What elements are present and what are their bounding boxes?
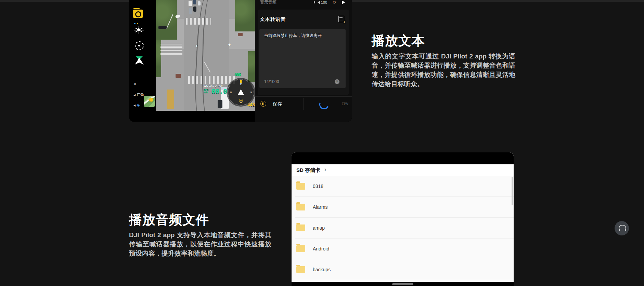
compass-letter: N bbox=[230, 91, 232, 94]
compass-aircraft-icon bbox=[238, 89, 244, 95]
mode-dots-icon bbox=[134, 19, 151, 21]
vehicle bbox=[158, 26, 167, 29]
crosshair-marker: + bbox=[228, 42, 231, 47]
chevron-left-icon: ◀ bbox=[133, 104, 136, 107]
play-text-description: 输入的文字文本可通过 DJI Pilot 2 app 转换为语音，并传输至喊话器… bbox=[372, 52, 515, 88]
volume-indicator[interactable]: 100 bbox=[318, 0, 327, 4]
vehicle bbox=[189, 1, 192, 6]
folder-icon bbox=[296, 183, 305, 190]
minimap-thumbnail[interactable] bbox=[144, 96, 155, 107]
new-text-icon[interactable] bbox=[338, 16, 344, 22]
vehicle bbox=[193, 0, 196, 4]
scrollbar-thumb[interactable] bbox=[512, 177, 513, 205]
chevron-left-icon: ◀ bbox=[133, 82, 136, 85]
tts-panel: 暂无音频 100 ⟳ 文本转语音 当前路段禁止停车，请快速离开 14/1000 … bbox=[255, 0, 352, 122]
compass-letter: S bbox=[250, 91, 252, 94]
audio-list-row[interactable]: 暂无音频 100 ⟳ bbox=[260, 0, 349, 5]
headset-icon bbox=[619, 225, 626, 230]
file-browser-header: SD 存储卡 › bbox=[292, 164, 514, 176]
wide-angle-control[interactable]: ◀广角 bbox=[133, 92, 144, 97]
compass-letter: E bbox=[240, 83, 242, 85]
folder-label: Alarms bbox=[313, 204, 328, 210]
vehicle bbox=[218, 100, 222, 108]
waypoint-control[interactable]: ◀◈ bbox=[133, 103, 140, 107]
char-counter: 14/1000 bbox=[264, 79, 279, 84]
fpv-label: FPV bbox=[342, 102, 348, 106]
no-audio-label: 暂无音频 bbox=[260, 0, 276, 4]
vehicle bbox=[167, 90, 174, 109]
vehicle bbox=[198, 1, 201, 5]
save-button[interactable]: 保存 bbox=[273, 101, 282, 107]
chevron-right-icon: › bbox=[324, 166, 326, 173]
exposure-icon[interactable] bbox=[135, 26, 143, 34]
folder-icon bbox=[296, 204, 305, 210]
ground-patch bbox=[238, 33, 243, 36]
loading-spinner bbox=[318, 98, 330, 111]
folder-row[interactable]: backups bbox=[292, 259, 514, 280]
diamond-icon: ◈ bbox=[137, 103, 140, 107]
tts-textarea[interactable]: 当前路段禁止停车，请快速离开 14/1000 × bbox=[259, 29, 346, 88]
divider bbox=[304, 98, 304, 110]
vehicle bbox=[189, 8, 192, 14]
hud-heading-value: 085 bbox=[235, 72, 241, 77]
crosswalk bbox=[188, 76, 236, 84]
folder-icon bbox=[296, 266, 305, 273]
folder-icon bbox=[296, 224, 305, 231]
volume-value: 100 bbox=[321, 0, 327, 4]
vegetation bbox=[248, 51, 255, 82]
play-audio-description: DJI Pilot 2 app 支持导入本地音频文件，并将其传输至喊话器播放，以… bbox=[129, 230, 271, 258]
folder-icon bbox=[296, 245, 305, 252]
folder-label: amap bbox=[313, 225, 325, 231]
support-button[interactable] bbox=[615, 221, 629, 235]
clear-text-button[interactable]: × bbox=[335, 79, 339, 84]
camera-mode-icon[interactable] bbox=[133, 10, 143, 18]
tts-text-value: 当前路段禁止停车，请快速离开 bbox=[264, 33, 340, 39]
folder-list: 0318AlarmsamapAndroidbackups bbox=[292, 176, 514, 263]
chevron-left-icon: ◀ bbox=[133, 94, 136, 97]
folder-row[interactable]: 0318 bbox=[292, 176, 514, 197]
folder-row[interactable]: Alarms bbox=[292, 197, 514, 218]
vegetation bbox=[235, 0, 255, 31]
folder-label: Android bbox=[313, 246, 329, 251]
file-browser-card: SD 存储卡 › 0318AlarmsamapAndroidbackups bbox=[292, 152, 514, 286]
drone-orientation-icon[interactable] bbox=[135, 56, 144, 66]
play-icon[interactable] bbox=[342, 0, 345, 4]
crosswalk bbox=[186, 18, 211, 25]
folder-row[interactable]: Android bbox=[292, 239, 514, 259]
breadcrumb[interactable]: SD 存储卡 bbox=[296, 167, 320, 174]
home-point-badge: H bbox=[239, 99, 243, 103]
vehicle bbox=[193, 6, 196, 12]
play-audio-heading: 播放音频文件 bbox=[129, 211, 209, 229]
crosshair-marker: + bbox=[195, 44, 198, 49]
speaker-icon bbox=[318, 1, 320, 4]
pause-icon[interactable] bbox=[260, 101, 266, 107]
tts-action-bar: 保存 FPV bbox=[255, 96, 352, 111]
device-bezel-top bbox=[292, 152, 514, 164]
tts-title: 文本转语音 bbox=[260, 16, 286, 23]
vegetation bbox=[156, 0, 177, 40]
folder-label: backups bbox=[313, 267, 331, 272]
compass-gimbal-mark bbox=[240, 80, 242, 83]
compass-dial: N E S W H bbox=[228, 79, 254, 106]
camera-sidebar: ◀- - ◀广角 ◀◈ bbox=[129, 0, 156, 122]
zoom-level-control[interactable]: ◀- - bbox=[133, 81, 140, 85]
folder-label: 0318 bbox=[313, 183, 323, 189]
crosswalk bbox=[160, 44, 182, 55]
focus-icon[interactable] bbox=[135, 41, 144, 50]
home-indicator-bar[interactable] bbox=[392, 283, 413, 285]
hud-speed-value: 00.0 bbox=[211, 87, 227, 95]
hud-altitude-value: 448 bbox=[247, 102, 255, 107]
play-text-heading: 播放文本 bbox=[372, 32, 425, 50]
camera-live-view: + + 085 N E S W H WS 02.3 ⤢ -42° SPD m/s… bbox=[156, 0, 255, 111]
hud-speed-label: SPD m/s bbox=[204, 88, 208, 93]
app-screenshot-card: ◀- - ◀广角 ◀◈ + bbox=[129, 0, 352, 122]
folder-row[interactable]: amap bbox=[292, 218, 514, 239]
ground-patch bbox=[176, 74, 181, 78]
loop-icon[interactable]: ⟳ bbox=[333, 0, 336, 5]
